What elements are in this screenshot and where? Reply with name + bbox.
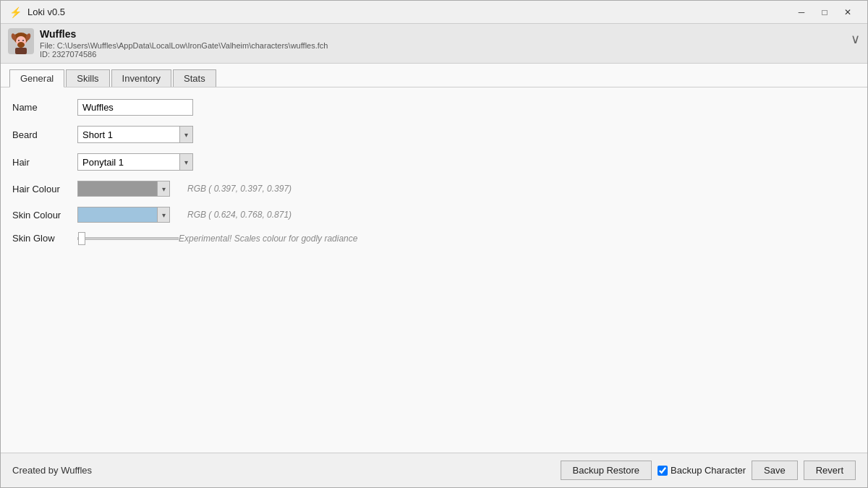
hair-colour-rgb: RGB ( 0.397, 0.397, 0.397): [187, 184, 292, 194]
beard-select[interactable]: Short 1 Short 2 Long 1 None: [78, 127, 179, 142]
hair-select[interactable]: Ponytail 1 Ponytail 2 Short 1 None: [78, 155, 179, 170]
char-header-left: Wuffles File: C:\Users\Wuffles\AppData\L…: [8, 28, 328, 59]
backup-restore-button[interactable]: Backup Restore: [561, 461, 652, 480]
svg-point-7: [17, 42, 25, 48]
skin-glow-label: Skin Glow: [12, 233, 77, 244]
beard-row: Beard Short 1 Short 2 Long 1 None ▾: [12, 126, 856, 143]
window-title: Loki v0.5: [27, 7, 65, 17]
footer-buttons: Backup Restore Backup Character Save Rev…: [561, 461, 856, 480]
char-id: ID: 2327074586: [40, 50, 328, 59]
beard-label: Beard: [12, 129, 77, 140]
skin-colour-dropdown-btn[interactable]: ▾: [157, 207, 170, 223]
char-file-path: File: C:\Users\Wuffles\AppData\LocalLow\…: [40, 41, 328, 50]
title-bar-left: ⚡ Loki v0.5: [9, 7, 65, 18]
backup-character-checkbox[interactable]: [658, 466, 668, 476]
tab-general[interactable]: General: [9, 69, 64, 87]
created-by-label: Created by Wuffles: [12, 465, 92, 476]
hair-row: Hair Ponytail 1 Ponytail 2 Short 1 None …: [12, 153, 856, 171]
beard-select-arrow: ▾: [179, 127, 192, 142]
form-area: Name Beard Short 1 Short 2 Long 1 None ▾: [1, 87, 867, 453]
beard-select-wrapper: Short 1 Short 2 Long 1 None ▾: [77, 126, 193, 143]
svg-rect-8: [15, 48, 27, 54]
title-bar-controls: ─ □ ✕: [791, 4, 859, 20]
skin-colour-swatch[interactable]: [77, 207, 157, 223]
minimize-button[interactable]: ─: [791, 4, 812, 20]
skin-colour-picker: ▾: [77, 207, 170, 223]
name-input[interactable]: [77, 99, 193, 116]
svg-point-5: [18, 40, 20, 41]
maximize-button[interactable]: □: [814, 4, 835, 20]
close-button[interactable]: ✕: [837, 4, 859, 20]
backup-character-wrapper: Backup Character: [658, 465, 746, 476]
skin-glow-slider-wrapper: [77, 237, 179, 240]
tab-stats[interactable]: Stats: [173, 69, 216, 87]
backup-character-label: Backup Character: [671, 465, 746, 476]
name-row: Name: [12, 99, 856, 116]
hair-select-wrapper: Ponytail 1 Ponytail 2 Short 1 None ▾: [77, 153, 193, 171]
hair-label: Hair: [12, 157, 77, 168]
skin-glow-row: Skin Glow Experimental! Scales colour fo…: [12, 233, 856, 244]
tab-bar: General Skills Inventory Stats: [1, 64, 867, 87]
char-expand-icon[interactable]: ∨: [851, 31, 860, 47]
revert-button[interactable]: Revert: [804, 461, 856, 480]
title-bar: ⚡ Loki v0.5 ─ □ ✕: [1, 1, 867, 24]
hair-colour-picker: ▾: [77, 181, 170, 197]
tab-skills[interactable]: Skills: [66, 69, 109, 87]
char-info: Wuffles File: C:\Users\Wuffles\AppData\L…: [40, 28, 328, 59]
skin-colour-label: Skin Colour: [12, 210, 77, 221]
character-header: Wuffles File: C:\Users\Wuffles\AppData\L…: [1, 24, 867, 64]
tab-inventory[interactable]: Inventory: [111, 69, 171, 87]
skin-glow-slider[interactable]: [77, 237, 179, 240]
main-window: ⚡ Loki v0.5 ─ □ ✕: [0, 0, 868, 488]
hair-colour-swatch[interactable]: [77, 181, 157, 197]
name-label: Name: [12, 102, 77, 113]
hair-colour-label: Hair Colour: [12, 184, 77, 194]
character-avatar: [8, 28, 34, 54]
svg-point-6: [22, 40, 24, 41]
app-icon: ⚡: [9, 7, 22, 18]
save-button[interactable]: Save: [752, 461, 798, 480]
hair-colour-row: Hair Colour ▾ RGB ( 0.397, 0.397, 0.397): [12, 181, 856, 197]
hair-colour-dropdown-btn[interactable]: ▾: [157, 181, 170, 197]
hair-select-arrow: ▾: [179, 154, 192, 170]
footer: Created by Wuffles Backup Restore Backup…: [1, 453, 867, 487]
skin-glow-note: Experimental! Scales colour for godly ra…: [179, 234, 357, 244]
skin-colour-rgb: RGB ( 0.624, 0.768, 0.871): [187, 210, 292, 220]
skin-colour-row: Skin Colour ▾ RGB ( 0.624, 0.768, 0.871): [12, 207, 856, 223]
char-name: Wuffles: [40, 28, 328, 40]
main-content: General Skills Inventory Stats Name Bear…: [1, 64, 867, 453]
